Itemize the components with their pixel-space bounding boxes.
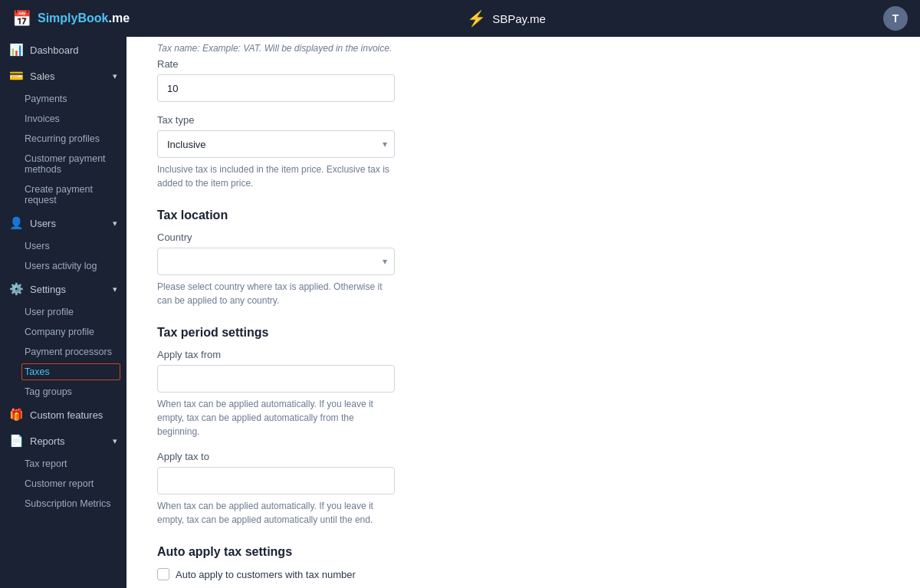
logo[interactable]: 📅 SimplyBook.me — [12, 9, 130, 28]
sidebar-item-label: Custom features — [30, 409, 103, 421]
sidebar-item-invoices[interactable]: Invoices — [0, 109, 127, 129]
sidebar-item-recurring-profiles[interactable]: Recurring profiles — [0, 129, 127, 149]
sidebar-item-users[interactable]: 👤 Users ▾ — [0, 210, 127, 236]
tax-location-title: Tax location — [157, 209, 889, 222]
sidebar-item-sales[interactable]: 💳 Sales ▾ — [0, 63, 127, 89]
tax-period-title: Tax period settings — [157, 326, 889, 340]
sidebar-item-settings[interactable]: ⚙️ Settings ▾ — [0, 276, 127, 302]
sidebar-item-payments[interactable]: Payments — [0, 89, 127, 109]
apply-from-group: Apply tax from When tax can be applied a… — [157, 349, 889, 439]
apply-to-label: Apply tax to — [157, 451, 889, 462]
sidebar-item-custom-features[interactable]: 🎁 Custom features — [0, 402, 127, 428]
tax-type-label: Tax type — [157, 114, 889, 126]
sales-icon: 💳 — [9, 69, 24, 83]
country-label: Country — [157, 232, 889, 243]
sidebar-item-label: Settings — [30, 284, 66, 295]
sidebar: 📊 Dashboard 💳 Sales ▾ Payments Invoices … — [0, 37, 127, 588]
auto-apply-with-tax-row[interactable]: Auto apply to customers with tax number — [157, 568, 889, 580]
dashboard-icon: 📊 — [9, 43, 24, 57]
country-help: Please select country where tax is appli… — [157, 280, 395, 307]
main-content: Tax name: Example: VAT. Will be displaye… — [127, 37, 920, 588]
apply-to-group: Apply tax to When tax can be applied aut… — [157, 451, 889, 527]
sidebar-item-activity-log[interactable]: Users activity log — [0, 256, 127, 276]
chevron-down-icon: ▾ — [113, 218, 117, 228]
sidebar-item-label: Dashboard — [30, 44, 79, 56]
sidebar-item-company-profile[interactable]: Company profile — [0, 322, 127, 342]
chevron-down-icon: ▾ — [113, 284, 117, 294]
tax-type-help: Inclusive tax is included in the item pr… — [157, 163, 395, 190]
topnav-center: ⚡ SBPay.me — [467, 9, 546, 28]
auto-apply-with-tax-checkbox[interactable] — [157, 568, 169, 580]
users-icon: 👤 — [9, 216, 24, 230]
sidebar-item-customer-payment[interactable]: Customer payment methods — [0, 149, 127, 179]
sbpay-icon: ⚡ — [467, 9, 486, 28]
apply-from-label: Apply tax from — [157, 349, 889, 360]
apply-to-help: When tax can be applied automatically. I… — [157, 499, 395, 527]
sidebar-item-users-list[interactable]: Users — [0, 236, 127, 256]
top-navigation: 📅 SimplyBook.me ⚡ SBPay.me T — [0, 0, 920, 37]
country-select-wrapper: ▾ — [157, 248, 395, 275]
sidebar-item-tag-groups[interactable]: Tag groups — [0, 382, 127, 402]
sidebar-item-payment-processors[interactable]: Payment processors — [0, 342, 127, 362]
sidebar-item-customer-report[interactable]: Customer report — [0, 474, 127, 494]
chevron-down-icon: ▾ — [113, 71, 117, 81]
sidebar-item-label: Sales — [30, 71, 55, 82]
rate-group: Rate — [157, 58, 889, 102]
country-group: Country ▾ Please select country where ta… — [157, 232, 889, 307]
sidebar-item-reports[interactable]: 📄 Reports ▾ — [0, 428, 127, 454]
topnav-center-label: SBPay.me — [492, 12, 546, 25]
tax-type-group: Tax type Inclusive Exclusive ▾ Inclusive… — [157, 114, 889, 190]
sidebar-item-tax-report[interactable]: Tax report — [0, 454, 127, 474]
auto-apply-with-tax-label: Auto apply to customers with tax number — [176, 569, 356, 580]
sidebar-item-create-payment[interactable]: Create payment request — [0, 179, 127, 210]
user-avatar[interactable]: T — [883, 6, 908, 31]
rate-label: Rate — [157, 58, 889, 70]
sidebar-item-subscription-metrics[interactable]: Subscription Metrics — [0, 494, 127, 514]
country-select[interactable] — [157, 248, 395, 275]
reports-icon: 📄 — [9, 434, 24, 448]
logo-text: SimplyBook.me — [38, 11, 130, 25]
settings-icon: ⚙️ — [9, 282, 24, 296]
tax-type-select[interactable]: Inclusive Exclusive — [157, 130, 395, 158]
sidebar-item-taxes[interactable]: Taxes — [0, 362, 127, 382]
sidebar-item-dashboard[interactable]: 📊 Dashboard — [0, 37, 127, 63]
tax-type-select-wrapper: Inclusive Exclusive ▾ — [157, 130, 395, 158]
logo-icon: 📅 — [12, 9, 31, 28]
sidebar-item-label: Reports — [30, 435, 65, 447]
tax-name-hint: Tax name: Example: VAT. Will be displaye… — [157, 43, 889, 58]
sidebar-item-user-profile[interactable]: User profile — [0, 302, 127, 322]
rate-input[interactable] — [157, 74, 395, 102]
custom-features-icon: 🎁 — [9, 408, 24, 422]
apply-from-input[interactable] — [157, 365, 395, 393]
chevron-down-icon: ▾ — [113, 436, 117, 446]
apply-to-input[interactable] — [157, 467, 395, 494]
sidebar-item-label: Users — [30, 218, 56, 229]
auto-apply-title: Auto apply tax settings — [157, 545, 889, 559]
apply-from-help: When tax can be applied automatically. I… — [157, 397, 395, 439]
